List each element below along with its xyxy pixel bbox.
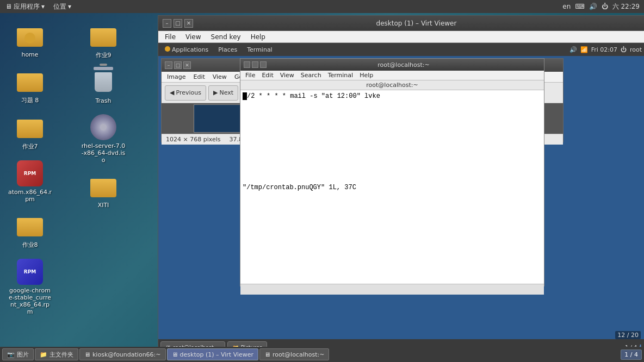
inner-clock: Fri 02:07 bbox=[591, 46, 617, 53]
iv-menu-edit[interactable]: Edit bbox=[190, 73, 208, 81]
keyboard-icon: ⌨ bbox=[575, 3, 584, 10]
vv-menu-help[interactable]: Help bbox=[246, 32, 270, 42]
inner-places-label: Places bbox=[218, 46, 237, 53]
apps-icon: 🖥 bbox=[5, 3, 12, 10]
outer-page-indicator: 1 / 4 bbox=[621, 349, 642, 360]
desktop-icon-xi8[interactable]: 习题 8 bbox=[5, 66, 54, 107]
desktop-icon-zy8[interactable]: 作业8 bbox=[5, 210, 54, 251]
terminal-line-2 bbox=[243, 100, 542, 108]
icon-label-zy9: 作业9 bbox=[96, 51, 112, 59]
outer-taskbar-vv-icon: 🖥 bbox=[172, 351, 178, 358]
terminal-line-4 bbox=[243, 115, 542, 123]
inner-network-icon: 📶 bbox=[580, 46, 588, 53]
iv-menu-view[interactable]: View bbox=[209, 73, 230, 81]
inner-panel-right: 🔊 📶 Fri 02:07 ⏻ root bbox=[569, 46, 642, 53]
outer-taskbar-home-icon: 📁 bbox=[40, 351, 47, 358]
desktop-icon-zy9[interactable]: 作业9 bbox=[79, 21, 128, 61]
term-menu-file[interactable]: File bbox=[243, 71, 258, 79]
terminal-tab-label: root@localhost:~ bbox=[366, 82, 418, 89]
iv-prev-btn[interactable]: ◀ Previous bbox=[165, 85, 206, 101]
terminal-titlebar: root@localhost:~ bbox=[240, 59, 544, 71]
iv-close-btn[interactable]: ✕ bbox=[183, 61, 191, 69]
outer-location-menu[interactable]: 位置 ▾ bbox=[50, 1, 75, 13]
outer-taskbar-home-label: 主文件夹 bbox=[49, 351, 73, 359]
terminal-line-12 bbox=[243, 176, 542, 184]
icon-label-chrome-rpm: google-chrome-stable_current_x86_64.rpm bbox=[8, 287, 52, 315]
outer-apps-menu[interactable]: 🖥 应用程序 ▾ bbox=[2, 1, 48, 13]
icon-label-atom-rpm: atom.x86_64.rpm bbox=[8, 189, 52, 203]
outer-panel-right: en ⌨ 🔊 ⏻ 六 22:29 bbox=[562, 2, 644, 11]
inner-power-icon: ⏻ bbox=[621, 46, 627, 53]
virt-viewer-close-btn[interactable]: ✕ bbox=[184, 19, 193, 28]
terminal-close-btn[interactable] bbox=[260, 61, 267, 68]
clock: 六 22:29 bbox=[612, 2, 640, 11]
iv-menu-image[interactable]: Image bbox=[164, 73, 189, 81]
power-icon: ⏻ bbox=[602, 3, 608, 10]
desktop-icon-trash[interactable]: Trash bbox=[79, 67, 128, 107]
icon-label-rhel-iso: rhel-server-7.0-x86_64-dvd.iso bbox=[81, 142, 126, 164]
outer-taskbar-pictures-label: 图片 bbox=[17, 351, 29, 359]
icon-label-xi8: 习题 8 bbox=[21, 96, 39, 104]
vv-menu-file[interactable]: File bbox=[160, 32, 180, 42]
outer-taskbar-vv-label: desktop (1) – Virt Viewer bbox=[180, 351, 254, 358]
terminal-line-10 bbox=[243, 161, 542, 168]
vv-menu-view[interactable]: View bbox=[181, 32, 205, 42]
terminal-line-1: /2 * * * * mail -s "at 12:00" lvke bbox=[243, 92, 542, 100]
terminal-maximize-btn[interactable] bbox=[252, 61, 258, 68]
desktop-icon-area: home 习题 8 作业7 RPM bbox=[0, 15, 152, 340]
volume-icon: 🔊 bbox=[589, 3, 597, 10]
term-menu-help[interactable]: Help bbox=[357, 71, 376, 79]
iv-minimize-btn[interactable]: – bbox=[165, 61, 172, 69]
terminal-minimize-btn[interactable] bbox=[244, 61, 250, 68]
inner-terminal-btn[interactable]: Terminal bbox=[243, 45, 277, 54]
inner-places-menu[interactable]: Places bbox=[214, 45, 242, 54]
inner-apps-menu[interactable]: Applications bbox=[160, 45, 213, 54]
terminal-line-11 bbox=[243, 168, 542, 176]
desktop-icon-xiti[interactable]: XITI bbox=[79, 171, 128, 211]
terminal-statusbar bbox=[240, 284, 544, 295]
iv-next-arrow-icon: ▶ bbox=[213, 89, 218, 96]
outer-taskbar-pictures[interactable]: 📷 图片 bbox=[2, 348, 34, 360]
inner-circle-icon bbox=[165, 46, 170, 53]
virt-viewer-menubar: File View Send key Help bbox=[158, 31, 644, 43]
terminal-line-3 bbox=[243, 108, 542, 115]
virt-viewer-maximize-btn[interactable]: □ bbox=[174, 19, 182, 28]
outer-taskbar-kiosk-icon: 🖥 bbox=[84, 351, 90, 358]
inner-outer-status: 12 / 20 bbox=[615, 331, 641, 339]
cursor-indicator bbox=[243, 92, 247, 100]
inner-apps-label: Applications bbox=[172, 46, 208, 53]
desktop-icon-home[interactable]: home bbox=[5, 21, 54, 60]
term-menu-search[interactable]: Search bbox=[298, 71, 324, 79]
desktop-icon-rhel-iso[interactable]: rhel-server-7.0-x86_64-dvd.iso bbox=[79, 112, 128, 166]
terminal-menubar: File Edit View Search Terminal Help bbox=[240, 71, 544, 80]
terminal-tab-bar: root@localhost:~ bbox=[240, 80, 544, 90]
terminal-line-5 bbox=[243, 123, 542, 130]
term-menu-edit[interactable]: Edit bbox=[259, 71, 276, 79]
vv-menu-sendkey[interactable]: Send key bbox=[207, 32, 245, 42]
outer-taskbar-home[interactable]: 📁 主文件夹 bbox=[35, 348, 78, 360]
iv-maximize-btn[interactable]: □ bbox=[174, 61, 182, 69]
outer-taskbar-kiosk[interactable]: 🖥 kiosk@foundation66:~ bbox=[79, 348, 166, 360]
outer-taskbar-root[interactable]: 🖥 root@localhost:~ bbox=[259, 348, 329, 360]
inner-gnome-desktop: Applications Places Terminal 🔊 📶 Fri 02:… bbox=[158, 43, 644, 355]
iv-window-controls: – □ ✕ bbox=[165, 61, 191, 69]
icon-label-xiti: XITI bbox=[98, 202, 109, 209]
outer-taskbar-virt-viewer[interactable]: 🖥 desktop (1) – Virt Viewer bbox=[167, 348, 259, 360]
desktop-icon-chrome-rpm[interactable]: RPM google-chrome-stable_current_x86_64.… bbox=[5, 257, 54, 317]
iv-next-btn[interactable]: ▶ Next bbox=[208, 85, 238, 101]
desktop-icon-zy7[interactable]: 作业7 bbox=[5, 112, 54, 153]
virt-viewer-title-text: desktop (1) – Virt Viewer bbox=[193, 20, 640, 27]
virt-viewer-minimize-btn[interactable]: – bbox=[163, 19, 171, 28]
desktop-icon-atom-rpm[interactable]: RPM atom.x86_64.rpm bbox=[5, 158, 54, 205]
inner-user-label: root bbox=[630, 46, 642, 53]
terminal-content[interactable]: /2 * * * * mail -s "at 12:00" lvke "/tmp… bbox=[240, 90, 544, 284]
virt-viewer-titlebar: – □ ✕ desktop (1) – Virt Viewer bbox=[158, 16, 644, 31]
virt-viewer-window-controls: – □ ✕ bbox=[163, 19, 193, 28]
terminal-window-controls bbox=[244, 61, 267, 68]
terminal-line-7 bbox=[243, 138, 542, 146]
outer-top-panel: 🖥 应用程序 ▾ 位置 ▾ en ⌨ 🔊 ⏻ 六 22:29 bbox=[0, 0, 644, 13]
inner-top-panel: Applications Places Terminal 🔊 📶 Fri 02:… bbox=[158, 43, 644, 56]
term-menu-view[interactable]: View bbox=[277, 71, 297, 79]
outer-panel-left: 🖥 应用程序 ▾ 位置 ▾ bbox=[0, 1, 75, 13]
term-menu-terminal[interactable]: Terminal bbox=[325, 71, 356, 79]
